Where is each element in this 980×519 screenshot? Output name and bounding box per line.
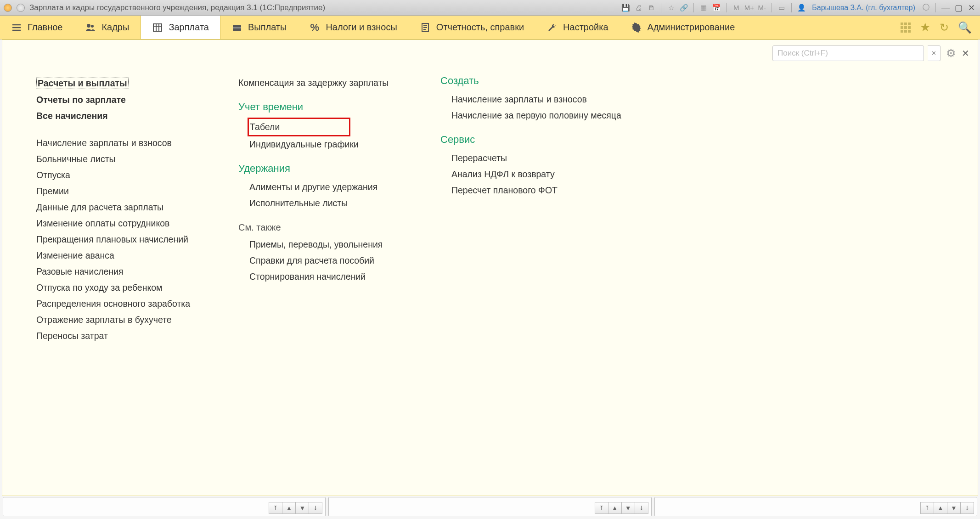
menu-nalogi[interactable]: % Налоги и взносы xyxy=(298,16,408,39)
apps-icon[interactable] xyxy=(901,23,911,33)
gear-icon xyxy=(631,22,642,33)
content-area: × ⚙ ✕ Расчеты и выплаты Отчеты по зарпла… xyxy=(2,39,978,496)
pane-btn-up[interactable]: ▲ xyxy=(934,502,947,514)
menu-kadry[interactable]: Кадры xyxy=(74,16,141,39)
link-otpuska-uhod[interactable]: Отпуска по уходу за ребенком xyxy=(36,280,211,296)
calculator-icon[interactable]: ▦ xyxy=(698,3,709,13)
user-icon: 👤 xyxy=(796,3,806,13)
main-menu: Главное Кадры Зарплата Выплаты % Налоги … xyxy=(0,16,980,39)
pane-btn-bottom[interactable]: ⤓ xyxy=(309,502,322,514)
link-pereschet-fot[interactable]: Пересчет планового ФОТ xyxy=(451,182,621,198)
pane-btn-top[interactable]: ⤒ xyxy=(595,502,608,514)
column-right: Создать Начисление зарплаты и взносов На… xyxy=(440,75,621,344)
minimize-button[interactable]: — xyxy=(941,3,951,13)
link-priemy[interactable]: Приемы, переводы, увольнения xyxy=(249,237,413,253)
mem-mminus[interactable]: M- xyxy=(757,3,767,13)
section-uderzhaniya: Удержания xyxy=(238,152,413,179)
wrench-icon xyxy=(546,22,558,33)
section-seealso: См. также xyxy=(238,211,413,237)
bottom-panes: ⤒ ▲ ▼ ⤓ ⤒ ▲ ▼ ⤓ ⤒ ▲ ▼ ⤓ xyxy=(0,496,980,519)
link-nachislenie-zp[interactable]: Начисление зарплаты и взносов xyxy=(36,135,211,151)
nav-vse-nachisleniya[interactable]: Все начисления xyxy=(36,108,211,124)
link-izmenenie-avansa[interactable]: Изменение аванса xyxy=(36,248,211,264)
titlebar: Зарплата и кадры государственного учрежд… xyxy=(0,0,980,16)
bottom-pane-3: ⤒ ▲ ▼ ⤓ xyxy=(654,497,977,516)
calendar-icon[interactable]: 📅 xyxy=(711,3,721,13)
svg-rect-4 xyxy=(233,27,241,28)
bottom-pane-2: ⤒ ▲ ▼ ⤓ xyxy=(328,497,651,516)
menu-otchet[interactable]: Отчетность, справки xyxy=(409,16,535,39)
search-icon[interactable]: 🔍 xyxy=(958,21,972,34)
link-stornirovaniya[interactable]: Сторнирования начислений xyxy=(249,269,413,285)
link-otrazhenie-buh[interactable]: Отражение зарплаты в бухучете xyxy=(36,312,211,328)
menu-nastroika[interactable]: Настройка xyxy=(535,16,620,39)
hamburger-icon xyxy=(11,22,22,33)
menu-label: Зарплата xyxy=(169,22,209,33)
link-izmenenie-oplaty[interactable]: Изменение оплаты сотрудников xyxy=(36,215,211,231)
pane-btn-top[interactable]: ⤒ xyxy=(920,502,934,514)
menu-vyplaty[interactable]: Выплаты xyxy=(220,16,298,39)
save-icon[interactable]: 💾 xyxy=(620,3,631,13)
star-icon[interactable]: ★ xyxy=(920,20,930,34)
link-analiz-ndfl[interactable]: Анализ НДФЛ к возврату xyxy=(451,166,621,182)
bottom-pane-1: ⤒ ▲ ▼ ⤓ xyxy=(3,497,326,516)
search-clear-button[interactable]: × xyxy=(928,45,941,61)
link-ispolnitelnye[interactable]: Исполнительные листы xyxy=(249,195,413,211)
pane-btn-up[interactable]: ▲ xyxy=(282,502,296,514)
svg-rect-2 xyxy=(153,24,162,31)
link-perenosy[interactable]: Переносы затрат xyxy=(36,328,211,344)
close-button[interactable]: ✕ xyxy=(966,3,976,13)
print-icon[interactable]: 🖨 xyxy=(633,3,643,13)
search-input-wrap[interactable] xyxy=(772,45,924,61)
link-dannye-rascheta[interactable]: Данные для расчета зарплаты xyxy=(36,199,211,215)
pane-btn-up[interactable]: ▲ xyxy=(608,502,622,514)
nav-otchety[interactable]: Отчеты по зарплате xyxy=(36,92,211,108)
maximize-button[interactable]: ▢ xyxy=(953,3,963,13)
link-create-pervaya-polovina[interactable]: Начисление за первую половину месяца xyxy=(451,107,621,124)
menu-main[interactable]: Главное xyxy=(0,16,74,39)
link-otpuska[interactable]: Отпуска xyxy=(36,167,211,183)
search-input[interactable] xyxy=(777,49,919,58)
history-icon[interactable]: ↻ xyxy=(940,21,949,34)
current-user[interactable]: Барышева З.А. (гл. бухгалтер) xyxy=(812,4,915,12)
link-spravki-posobiy[interactable]: Справки для расчета пособий xyxy=(249,253,413,269)
link-kompensaciya[interactable]: Компенсация за задержку зарплаты xyxy=(238,75,413,91)
nav-back-icon[interactable] xyxy=(17,4,25,12)
settings-gear-icon[interactable]: ⚙ xyxy=(946,47,956,60)
pane-btn-down[interactable]: ▼ xyxy=(621,502,635,514)
info-icon[interactable]: ⓘ xyxy=(921,3,931,13)
mem-m[interactable]: M xyxy=(731,3,741,13)
pane-btn-down[interactable]: ▼ xyxy=(947,502,961,514)
link-razovye[interactable]: Разовые начисления xyxy=(36,264,211,280)
document-icon[interactable]: 🗎 xyxy=(646,3,656,13)
menu-zarplata[interactable]: Зарплата xyxy=(141,16,220,39)
link-create-nachislenie[interactable]: Начисление зарплаты и взносов xyxy=(451,91,621,107)
column-middle: Компенсация за задержку зарплаты Учет вр… xyxy=(238,75,413,344)
pane-btn-top[interactable]: ⤒ xyxy=(269,502,282,514)
link-ind-grafiki[interactable]: Индивидуальные графики xyxy=(249,136,413,152)
nav-raschety[interactable]: Расчеты и выплаты xyxy=(36,75,211,92)
pane-btn-down[interactable]: ▼ xyxy=(295,502,309,514)
pane-btn-bottom[interactable]: ⤓ xyxy=(635,502,648,514)
window-title: Зарплата и кадры государственного учрежд… xyxy=(29,3,325,12)
mem-mplus[interactable]: M+ xyxy=(744,3,754,13)
link-raspredeleniya[interactable]: Распределения основного заработка xyxy=(36,296,211,312)
menu-label: Администрирование xyxy=(648,22,735,33)
titlebar-tools: 💾 🖨 🗎 ☆ 🔗 ▦ 📅 M M+ M- ▭ 👤 Барышева З.А. … xyxy=(620,3,976,13)
section-service: Сервис xyxy=(440,124,621,150)
percent-icon: % xyxy=(309,22,320,33)
pane-btn-bottom[interactable]: ⤓ xyxy=(960,502,974,514)
menu-admin[interactable]: Администрирование xyxy=(620,16,747,39)
link-tabeli[interactable]: Табели xyxy=(250,121,346,133)
star-outline-icon[interactable]: ☆ xyxy=(666,3,676,13)
link-pereraschety[interactable]: Перерасчеты xyxy=(451,150,621,166)
link-alimenty[interactable]: Алименты и другие удержания xyxy=(249,179,413,195)
link-icon[interactable]: 🔗 xyxy=(679,3,689,13)
link-prekrashcheniya[interactable]: Прекращения плановых начислений xyxy=(36,231,211,248)
wallet-icon xyxy=(231,22,242,33)
windows-icon[interactable]: ▭ xyxy=(777,3,787,13)
menu-label: Отчетность, справки xyxy=(436,22,524,33)
link-bolnichnye[interactable]: Больничные листы xyxy=(36,151,211,167)
panel-close-button[interactable]: ✕ xyxy=(962,48,969,59)
link-premii[interactable]: Премии xyxy=(36,183,211,199)
